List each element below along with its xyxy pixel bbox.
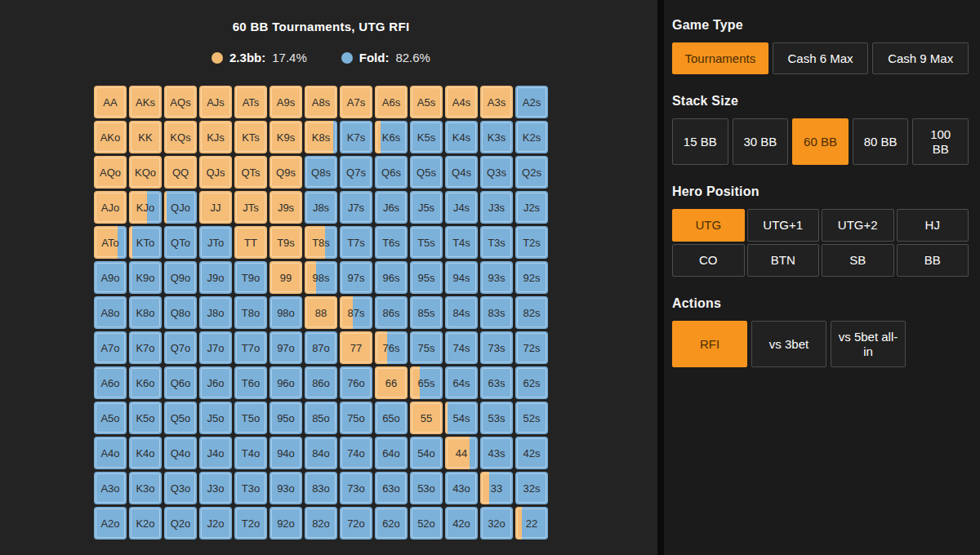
hand-cell-55[interactable]: 55 <box>410 402 443 434</box>
hand-cell-Q7s[interactable]: Q7s <box>340 156 372 189</box>
hand-cell-64o[interactable]: 64o <box>375 437 408 469</box>
hand-cell-KQo[interactable]: KQo <box>129 156 162 189</box>
hand-cell-Q2o[interactable]: Q2o <box>164 507 197 539</box>
hand-cell-K2s[interactable]: K2s <box>515 121 548 153</box>
hand-cell-74o[interactable]: 74o <box>340 437 372 469</box>
hand-cell-54s[interactable]: 54s <box>445 402 478 434</box>
hand-cell-KTo[interactable]: KTo <box>129 226 162 259</box>
hero-position-utg[interactable]: UTG <box>672 209 745 242</box>
hand-cell-J9o[interactable]: J9o <box>199 261 232 294</box>
hand-cell-93o[interactable]: 93o <box>270 472 302 504</box>
hand-cell-T8s[interactable]: T8s <box>305 226 337 259</box>
hand-cell-85o[interactable]: 85o <box>305 402 337 434</box>
hand-cell-A2s[interactable]: A2s <box>515 86 548 118</box>
hand-cell-T7o[interactable]: T7o <box>234 331 267 364</box>
hand-cell-83s[interactable]: 83s <box>480 296 513 329</box>
hand-cell-Q6s[interactable]: Q6s <box>375 156 408 189</box>
hand-cell-T3o[interactable]: T3o <box>234 472 267 504</box>
hand-cell-94s[interactable]: 94s <box>445 261 478 294</box>
hand-cell-T7s[interactable]: T7s <box>340 226 372 259</box>
hand-cell-JTs[interactable]: JTs <box>234 191 267 224</box>
hand-cell-A5o[interactable]: A5o <box>94 402 127 434</box>
action-vs-3bet[interactable]: vs 3bet <box>751 321 826 367</box>
hand-cell-76s[interactable]: 76s <box>375 331 408 364</box>
hand-cell-97s[interactable]: 97s <box>340 261 372 294</box>
hand-cell-95o[interactable]: 95o <box>270 402 302 434</box>
hand-cell-QJo[interactable]: QJo <box>164 191 197 224</box>
hand-cell-64s[interactable]: 64s <box>445 366 478 399</box>
hand-cell-TT[interactable]: TT <box>234 226 267 259</box>
stack-size-30-bb[interactable]: 30 BB <box>733 118 789 165</box>
game-type-cash-6-max[interactable]: Cash 6 Max <box>773 42 869 74</box>
hand-cell-88[interactable]: 88 <box>305 296 337 329</box>
hand-cell-A4o[interactable]: A4o <box>94 437 127 469</box>
hand-cell-K7s[interactable]: K7s <box>340 121 372 153</box>
hand-cell-Q7o[interactable]: Q7o <box>164 331 197 364</box>
hand-cell-T5o[interactable]: T5o <box>234 402 267 434</box>
hand-cell-62o[interactable]: 62o <box>375 507 408 539</box>
hand-cell-A8s[interactable]: A8s <box>305 86 337 118</box>
hand-cell-95s[interactable]: 95s <box>410 261 443 294</box>
hero-position-co[interactable]: CO <box>672 244 745 277</box>
hand-cell-K9s[interactable]: K9s <box>270 121 302 153</box>
hand-cell-75s[interactable]: 75s <box>410 331 443 364</box>
hand-cell-J3s[interactable]: J3s <box>480 191 513 224</box>
hand-cell-42s[interactable]: 42s <box>515 437 548 469</box>
hand-cell-J7s[interactable]: J7s <box>340 191 372 224</box>
hand-cell-75o[interactable]: 75o <box>340 402 372 434</box>
hand-cell-53o[interactable]: 53o <box>410 472 443 504</box>
hand-cell-J4o[interactable]: J4o <box>199 437 232 469</box>
hand-cell-44[interactable]: 44 <box>445 437 478 469</box>
hand-cell-T5s[interactable]: T5s <box>410 226 443 259</box>
game-type-cash-9-max[interactable]: Cash 9 Max <box>872 42 969 74</box>
hero-position-sb[interactable]: SB <box>822 244 894 277</box>
hand-cell-A6s[interactable]: A6s <box>375 86 408 118</box>
hand-cell-65s[interactable]: 65s <box>410 366 443 399</box>
hero-position-hj[interactable]: HJ <box>897 209 969 242</box>
hand-cell-QQ[interactable]: QQ <box>164 156 197 189</box>
hand-cell-77[interactable]: 77 <box>340 331 372 364</box>
hand-cell-92o[interactable]: 92o <box>270 507 302 539</box>
hand-cell-J4s[interactable]: J4s <box>445 191 478 224</box>
hand-cell-KJo[interactable]: KJo <box>129 191 162 224</box>
hand-cell-AJo[interactable]: AJo <box>94 191 127 224</box>
hand-cell-96s[interactable]: 96s <box>375 261 408 294</box>
hand-cell-43s[interactable]: 43s <box>480 437 513 469</box>
hand-cell-83o[interactable]: 83o <box>305 472 337 504</box>
hand-cell-J3o[interactable]: J3o <box>199 472 232 504</box>
hand-cell-32o[interactable]: 32o <box>480 507 513 539</box>
hand-cell-84s[interactable]: 84s <box>445 296 478 329</box>
hand-cell-QTs[interactable]: QTs <box>234 156 267 189</box>
hand-cell-J8s[interactable]: J8s <box>305 191 337 224</box>
hand-cell-72s[interactable]: 72s <box>515 331 548 364</box>
hand-cell-ATs[interactable]: ATs <box>234 86 267 118</box>
hand-cell-QTo[interactable]: QTo <box>164 226 197 259</box>
hand-cell-Q6o[interactable]: Q6o <box>164 366 197 399</box>
hand-cell-KQs[interactable]: KQs <box>164 121 197 153</box>
hand-cell-AA[interactable]: AA <box>94 86 127 118</box>
hand-cell-65o[interactable]: 65o <box>375 402 408 434</box>
hand-cell-AQo[interactable]: AQo <box>94 156 127 189</box>
hand-cell-K3o[interactable]: K3o <box>129 472 162 504</box>
hand-cell-KK[interactable]: KK <box>129 121 162 153</box>
hand-cell-J5s[interactable]: J5s <box>410 191 443 224</box>
hand-cell-K6s[interactable]: K6s <box>375 121 408 153</box>
hand-cell-K6o[interactable]: K6o <box>129 366 162 399</box>
hand-cell-AKs[interactable]: AKs <box>129 86 162 118</box>
hand-cell-Q8s[interactable]: Q8s <box>305 156 337 189</box>
hand-cell-J6s[interactable]: J6s <box>375 191 408 224</box>
game-type-tournaments[interactable]: Tournaments <box>672 42 768 74</box>
hand-cell-A5s[interactable]: A5s <box>410 86 443 118</box>
hand-cell-53s[interactable]: 53s <box>480 402 513 434</box>
hand-cell-K8s[interactable]: K8s <box>305 121 337 153</box>
hand-cell-72o[interactable]: 72o <box>340 507 372 539</box>
hand-cell-63o[interactable]: 63o <box>375 472 408 504</box>
hand-cell-T6s[interactable]: T6s <box>375 226 408 259</box>
hand-cell-K4s[interactable]: K4s <box>445 121 478 153</box>
hand-cell-T4s[interactable]: T4s <box>445 226 478 259</box>
hand-cell-86o[interactable]: 86o <box>305 366 337 399</box>
hand-cell-73s[interactable]: 73s <box>480 331 513 364</box>
hand-cell-54o[interactable]: 54o <box>410 437 443 469</box>
hand-cell-84o[interactable]: 84o <box>305 437 337 469</box>
hand-cell-J2s[interactable]: J2s <box>515 191 548 224</box>
